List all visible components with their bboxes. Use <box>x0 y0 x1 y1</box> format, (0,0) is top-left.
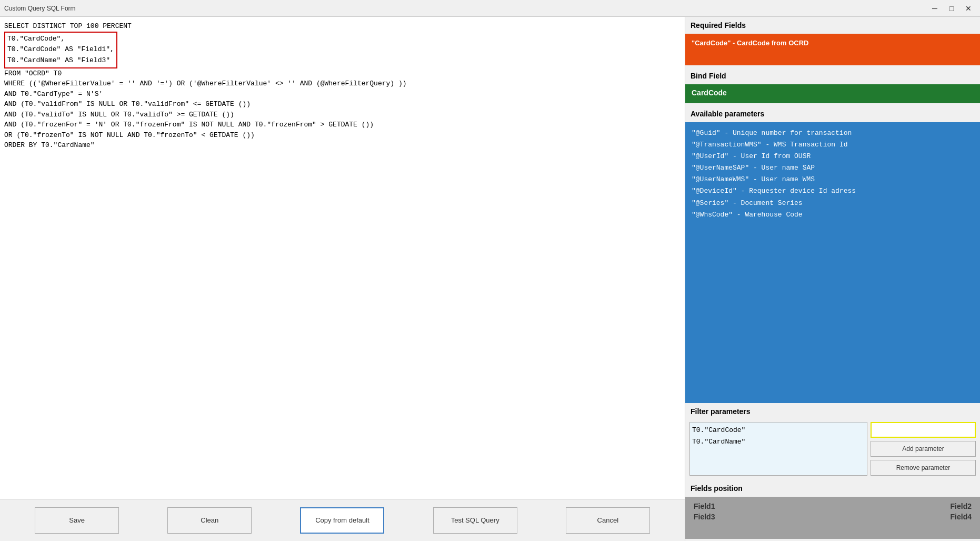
available-param-item: "@UserId" - User Id from OUSR <box>692 151 974 162</box>
close-button[interactable]: ✕ <box>961 3 976 14</box>
sql-remaining-line: OR (T0."frozenTo" IS NOT NULL AND T0."fr… <box>4 130 681 141</box>
fields-pos-left: Field1 Field3 <box>694 502 715 521</box>
main-content: SELECT DISTINCT TOP 100 PERCENT T0."Card… <box>0 17 980 541</box>
clean-button[interactable]: Clean <box>167 507 252 534</box>
sql-highlighted-line3: T0."CardName" AS "Field3" <box>7 55 114 66</box>
window-title: Custom Query SQL Form <box>4 5 76 12</box>
sql-line-1: SELECT DISTINCT TOP 100 PERCENT <box>4 21 681 32</box>
available-param-item: "@UserNameSAP" - User name SAP <box>692 162 974 174</box>
filter-list-item: T0."CardName" <box>692 436 865 448</box>
filter-right: Add parameter Remove parameter <box>871 422 976 476</box>
window-controls: ─ □ ✕ <box>927 3 976 14</box>
available-param-item: "@Guid" - Unique number for transaction <box>692 127 974 139</box>
test-sql-query-button[interactable]: Test SQL Query <box>433 507 517 534</box>
minimize-button[interactable]: ─ <box>927 3 942 14</box>
required-fields-header: Required Fields <box>685 17 980 34</box>
sql-remaining-line: AND T0."CardType" = N'S' <box>4 89 681 100</box>
bind-field-value: CardCode <box>685 84 980 103</box>
remove-parameter-button[interactable]: Remove parameter <box>871 460 976 476</box>
bind-field-header: Bind Field <box>685 67 980 84</box>
filter-list-item: T0."CardCode" <box>692 425 865 436</box>
sql-remaining-line: WHERE (('@WhereFilterValue' = '' AND '='… <box>4 78 681 89</box>
fields-position-header: Fields position <box>685 480 980 497</box>
filter-params-area: T0."CardCode"T0."CardName" Add parameter… <box>685 420 980 480</box>
available-params-header: Available parameters <box>685 105 980 122</box>
sql-remaining-line: ORDER BY T0."CardName" <box>4 140 681 151</box>
filter-input[interactable] <box>871 422 976 438</box>
available-param-item: "@TransactionWMS" - WMS Transaction Id <box>692 139 974 151</box>
sql-remaining-line: AND (T0."validFrom" IS NULL OR T0."valid… <box>4 99 681 110</box>
sql-remaining-line: AND (T0."validTo" IS NULL OR T0."validTo… <box>4 110 681 120</box>
field4-label: Field4 <box>951 513 972 521</box>
sql-editor[interactable]: SELECT DISTINCT TOP 100 PERCENT T0."Card… <box>0 17 685 499</box>
copy-from-default-button[interactable]: Copy from default <box>300 507 384 534</box>
sql-highlighted-block: T0."CardCode", T0."CardCode" AS "Field1"… <box>4 32 117 68</box>
available-param-item: "@Series" - Document Series <box>692 198 974 209</box>
sql-panel: SELECT DISTINCT TOP 100 PERCENT T0."Card… <box>0 17 685 541</box>
title-bar: Custom Query SQL Form ─ □ ✕ <box>0 0 980 17</box>
field3-label: Field3 <box>694 513 715 521</box>
bottom-bar: Save Clean Copy from default Test SQL Qu… <box>0 499 685 541</box>
field1-label: Field1 <box>694 502 715 510</box>
right-panel: Required Fields "CardCode" - CardCode fr… <box>685 17 980 541</box>
restore-button[interactable]: □ <box>944 3 959 14</box>
available-param-item: "@UserNameWMS" - User name WMS <box>692 174 974 185</box>
cancel-button[interactable]: Cancel <box>566 507 650 534</box>
sql-highlighted-line1: T0."CardCode", <box>7 34 114 45</box>
filter-list[interactable]: T0."CardCode"T0."CardName" <box>689 422 867 476</box>
field2-label: Field2 <box>951 502 972 510</box>
sql-remaining-lines: FROM "OCRD" T0WHERE (('@WhereFilterValue… <box>4 68 681 151</box>
save-button[interactable]: Save <box>35 507 119 534</box>
fields-position-area: Field1 Field3 Field2 Field4 <box>685 497 980 539</box>
sql-remaining-line: AND (T0."frozenFor" = 'N' OR T0."frozenF… <box>4 120 681 130</box>
fields-pos-right: Field2 Field4 <box>951 502 972 521</box>
sql-remaining-line: FROM "OCRD" T0 <box>4 68 681 79</box>
available-params-box: "@Guid" - Unique number for transaction"… <box>685 122 980 403</box>
available-param-item: "@DeviceId" - Requester device Id adress <box>692 185 974 197</box>
add-parameter-button[interactable]: Add parameter <box>871 441 976 457</box>
available-param-item: "@WhsCode" - Warehouse Code <box>692 209 974 221</box>
required-fields-value: "CardCode" - CardCode from OCRD <box>685 34 980 65</box>
filter-params-header: Filter parameters <box>685 403 980 420</box>
sql-highlighted-line2: T0."CardCode" AS "Field1", <box>7 44 114 55</box>
